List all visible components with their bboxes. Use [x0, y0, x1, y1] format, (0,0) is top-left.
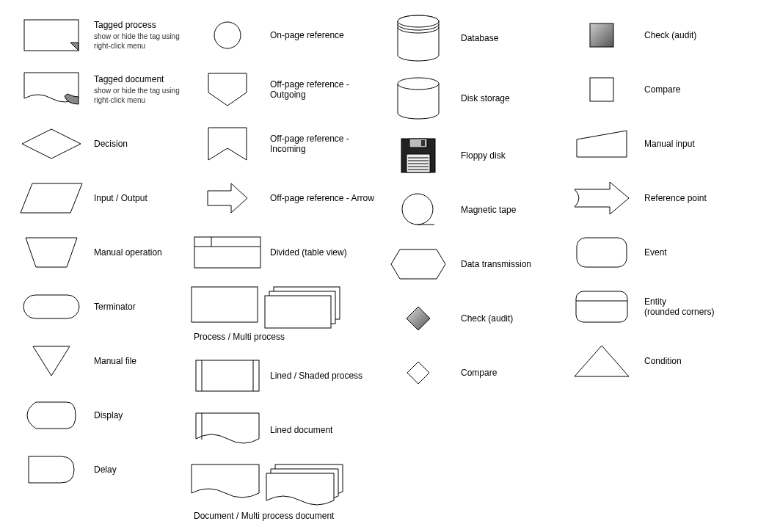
magnetic-tape-icon — [382, 189, 455, 230]
database-label: Database — [461, 33, 565, 43]
decision-icon — [15, 123, 88, 164]
svg-point-7 — [214, 22, 241, 48]
off-page-outgoing-label: Off-page reference - Outgoing — [270, 79, 382, 100]
tagged-document-icon — [15, 69, 88, 110]
display-label: Display — [94, 410, 191, 420]
delay-label: Delay — [94, 464, 191, 475]
svg-rect-27 — [421, 140, 425, 146]
svg-rect-42 — [577, 238, 627, 267]
on-page-reference-icon — [191, 15, 264, 56]
tagged-process-label: Tagged process — [94, 20, 191, 30]
svg-marker-6 — [33, 346, 70, 376]
delay-icon — [15, 449, 88, 490]
reference-point-label: Reference point — [644, 193, 741, 203]
svg-point-24 — [398, 78, 439, 90]
process-multi-label: Process / Multi process — [194, 332, 285, 342]
svg-rect-18 — [196, 360, 259, 391]
off-page-arrow-label: Off-page reference - Arrow — [270, 193, 382, 203]
tagged-process-sub: show or hide the tag using right-click m… — [94, 32, 191, 51]
manual-operation-icon — [15, 232, 88, 273]
magnetic-tape-label: Magnetic tape — [461, 205, 565, 215]
svg-rect-0 — [24, 20, 79, 51]
svg-marker-37 — [407, 307, 430, 330]
terminator-label: Terminator — [94, 302, 191, 312]
event-icon — [565, 232, 638, 273]
process-icon — [191, 286, 258, 329]
data-transmission-label: Data transmission — [461, 259, 565, 269]
compare-square-icon — [565, 69, 638, 110]
entity-rounded-icon — [565, 286, 638, 327]
svg-marker-2 — [22, 129, 81, 158]
database-icon — [382, 15, 455, 62]
floppy-disk-icon — [382, 135, 455, 176]
compare-label: Compare — [461, 368, 565, 378]
svg-marker-45 — [575, 346, 629, 376]
input-output-label: Input / Output — [94, 193, 191, 203]
manual-operation-label: Manual operation — [94, 247, 191, 258]
svg-rect-14 — [192, 287, 258, 322]
input-output-icon — [15, 178, 88, 219]
divided-table-icon — [191, 232, 264, 273]
svg-rect-43 — [576, 291, 627, 322]
disk-storage-icon — [382, 75, 455, 122]
floppy-disk-label: Floppy disk — [461, 150, 565, 161]
check-audit-label: Check (audit) — [461, 313, 565, 324]
svg-marker-3 — [21, 183, 82, 213]
multi-process-icon — [264, 286, 340, 329]
decision-label: Decision — [94, 139, 191, 149]
svg-rect-17 — [265, 296, 331, 328]
check-audit-square-icon — [565, 15, 638, 56]
manual-file-label: Manual file — [94, 356, 191, 366]
svg-marker-8 — [208, 73, 247, 106]
tagged-document-label: Tagged document — [94, 74, 191, 84]
condition-icon — [565, 340, 638, 382]
terminator-icon — [15, 286, 88, 327]
tagged-process-icon — [15, 15, 88, 56]
svg-marker-41 — [577, 131, 627, 157]
lined-document-label: Lined document — [270, 425, 382, 435]
off-page-outgoing-icon — [191, 69, 264, 110]
on-page-reference-label: On-page reference — [270, 30, 382, 40]
svg-point-34 — [402, 194, 433, 225]
svg-marker-4 — [26, 238, 77, 267]
svg-marker-9 — [208, 128, 247, 160]
lined-shaded-process-label: Lined / Shaded process — [270, 371, 382, 381]
off-page-incoming-label: Off-page reference - Incoming — [270, 134, 382, 154]
entity-rounded-label: Entity — [644, 296, 741, 307]
svg-rect-40 — [590, 78, 613, 101]
svg-rect-11 — [194, 237, 260, 268]
data-transmission-icon — [382, 244, 455, 285]
condition-label: Condition — [644, 356, 741, 366]
svg-point-23 — [398, 15, 439, 27]
disk-storage-label: Disk storage — [461, 93, 565, 103]
manual-input-icon — [565, 123, 638, 164]
svg-rect-39 — [590, 23, 613, 47]
manual-file-icon — [15, 340, 88, 382]
reference-point-icon — [565, 178, 638, 219]
lined-shaded-process-icon — [191, 355, 264, 396]
svg-rect-5 — [23, 295, 79, 318]
lined-document-icon — [191, 409, 264, 451]
multi-document-icon — [266, 464, 343, 508]
event-label: Event — [644, 247, 741, 258]
svg-marker-10 — [208, 183, 247, 213]
check-audit-square-label: Check (audit) — [644, 30, 741, 40]
display-icon — [15, 395, 88, 436]
compare-square-label: Compare — [644, 84, 741, 95]
check-audit-icon — [382, 298, 455, 339]
document-multi-label: Document / Multi process document — [194, 511, 334, 521]
entity-rounded-sub: (rounded corners) — [644, 307, 741, 317]
off-page-incoming-icon — [191, 123, 264, 164]
divided-table-label: Divided (table view) — [270, 247, 382, 258]
compare-icon — [382, 352, 455, 393]
off-page-arrow-icon — [191, 178, 264, 219]
manual-input-label: Manual input — [644, 139, 741, 149]
svg-marker-38 — [407, 362, 429, 384]
tagged-document-sub: show or hide the tag using right-click m… — [94, 86, 191, 105]
document-icon — [191, 464, 260, 508]
svg-marker-36 — [391, 249, 445, 279]
